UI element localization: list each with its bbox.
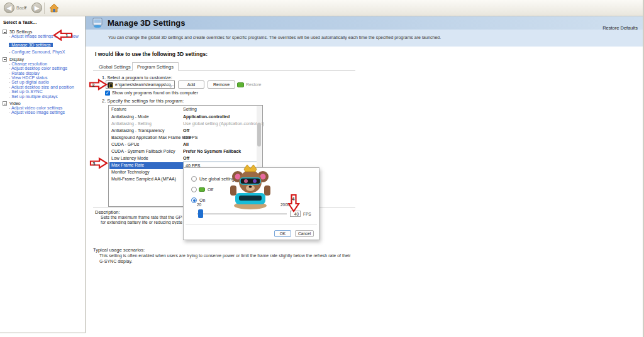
page-intro-text: You can change the global 3D settings an… [108,35,441,40]
tab-program-settings[interactable]: Program Settings [132,62,179,71]
description-line1: Sets the maximum frame rate that the GPU… [101,215,182,219]
slider-min-label: 20 [197,202,201,207]
chevron-down-icon[interactable]: ⌄ [169,82,172,89]
navigation-toolbar: ◀ Back ▾ ▶ [0,0,644,16]
collapse-icon[interactable] [3,101,7,106]
annotation-arrow-4: 4 [287,194,300,213]
feature-cell: Background Application Max Frame Rate [111,135,191,140]
radio-on[interactable] [191,197,197,203]
frame-rate-unit-label: FPS [303,212,311,216]
feature-cell: Multi-Frame Sampled AA (MFAA) [111,177,176,181]
sidebar-item[interactable]: Rotate display [9,71,85,75]
sidebar-title: Select a Task... [0,16,85,27]
sidebar-group[interactable]: Video [3,101,85,106]
setting-cell: Prefer No Sysmem Fallback [183,149,241,153]
step1-label: 1. Select a program to customize: [102,75,172,80]
annotation-number-2: 2 [92,82,95,88]
show-only-programs-checkbox[interactable]: ✓ [105,91,110,96]
feature-cell: Antialiasing - Setting [111,121,152,126]
nvidia-control-panel-window: ◀ Back ▾ ▶ Select a Task... 3D SettingsA… [0,0,644,337]
home-icon[interactable] [49,3,59,13]
table-scrollbar-thumb[interactable] [257,123,261,146]
add-button[interactable]: Add [178,80,204,89]
collapse-icon[interactable] [3,30,7,34]
program-app-icon [108,82,113,88]
feature-cell: Low Latency Mode [111,156,148,160]
bear-mascot-image [225,164,275,211]
back-history-dropdown-icon[interactable]: ▾ [25,5,27,10]
sidebar-item[interactable]: Set up G-SYNC [9,89,85,94]
sidebar-item[interactable]: Adjust desktop color settings [9,66,85,70]
feature-cell: Antialiasing - Mode [111,114,149,119]
restore-defaults-button[interactable]: Restore Defaults [602,25,638,31]
setting-cell: 20 FPS [183,135,197,140]
sidebar-item[interactable]: Configure Surround, PhysX [9,50,85,54]
table-row[interactable]: CUDA - GPUsAll [109,141,258,148]
step2-label: 2. Specify the settings for this program… [102,98,184,104]
manage-3d-settings-icon [92,17,103,28]
show-only-programs-label: Show only programs found on this compute… [112,91,198,95]
task-sidebar: Select a Task... 3D SettingsAdjust image… [0,16,86,333]
restore-program-button[interactable]: Restore [246,82,262,87]
ok-button[interactable]: OK [274,230,291,237]
sidebar-item[interactable]: Adjust video color settings [9,106,85,110]
description-label: Description: [95,209,120,215]
description-line2: for extending battery life or reducing s… [101,220,182,224]
radio-use-global-setting-off[interactable] [191,176,197,182]
annotation-arrow-3: 3 [89,157,108,169]
feature-cell: CUDA - GPUs [111,142,139,146]
sidebar-item[interactable]: Adjust image settings with preview [9,34,85,38]
cancel-button[interactable]: Cancel [295,230,314,237]
annotation-number-1: 1 [65,33,69,38]
radio-off[interactable] [191,187,197,192]
settings-tabstrip: Global Settings Program Settings [93,62,355,71]
annotation-arrow-2: 2 [89,79,108,91]
table-row[interactable]: CUDA - Sysmem Fallback PolicyPrefer No S… [109,148,258,155]
radio-label: On [199,198,205,202]
collapse-icon[interactable] [3,57,7,62]
page-title: Manage 3D Settings [108,18,186,28]
sidebar-item[interactable]: Set up digital audio [9,80,85,84]
setting-cell: Off [183,156,189,160]
setting-cell: All [183,142,189,146]
settings-prompt: I would like to use the following 3D set… [95,51,208,57]
sidebar-group[interactable]: Display [3,57,85,62]
toolbar-divider [44,3,45,14]
annotation-number-4: 4 [292,196,295,202]
feature-cell: CUDA - Sysmem Fallback Policy [111,149,175,153]
sidebar-item[interactable]: Manage 3D settings [9,43,53,47]
annotation-number-3: 3 [92,161,96,167]
feature-cell: Antialiasing - Transparency [111,128,164,133]
frame-rate-slider-thumb[interactable] [198,209,203,218]
back-button[interactable]: ◀ [4,3,14,13]
remove-button[interactable]: Remove [208,80,235,89]
usage-scenarios-label: Typical usage scenarios: [93,247,145,253]
sidebar-item[interactable]: View HDCP status [9,75,85,80]
table-row[interactable]: Background Application Max Frame Rate20 … [109,135,258,141]
nvidia-setting-icon [199,187,205,192]
radio-label: Off [208,187,213,192]
restore-program-icon [237,82,244,87]
dialog-divider [186,224,317,225]
program-select-combobox[interactable]: e:\games\steam\steamapps\co... ⌄ [106,80,175,89]
setting-cell: Off [183,128,189,133]
feature-cell: Monitor Technology [111,170,150,174]
table-row[interactable]: Antialiasing - ModeApplication-controlle… [109,114,258,121]
setting-cell: Application-controlled [183,114,230,119]
sidebar-item[interactable]: Set up multiple displays [9,94,85,99]
usage-scenarios-text: This setting is often enabled when users… [99,253,356,264]
sidebar-tree: 3D SettingsAdjust image settings with pr… [0,30,85,115]
forward-button[interactable]: ▶ [31,3,42,13]
tab-global-settings[interactable]: Global Settings [94,63,135,71]
sidebar-item[interactable]: Adjust desktop size and position [9,85,85,89]
table-row[interactable]: Antialiasing - SettingUse global setting… [109,121,258,128]
program-select-value: e:\games\steam\steamapps\co... [115,82,174,87]
annotation-arrow-1: 1 [53,30,73,41]
setting-cell: Use global setting (Application-controll… [183,121,264,126]
column-header-setting: Setting [183,107,197,111]
table-row[interactable]: Antialiasing - TransparencyOff [109,128,258,135]
sidebar-item[interactable]: Change resolution [9,62,85,66]
sidebar-item[interactable]: Adjust video image settings [9,110,85,114]
feature-cell: Max Frame Rate [111,163,144,167]
frame-rate-slider-track[interactable] [197,213,287,214]
